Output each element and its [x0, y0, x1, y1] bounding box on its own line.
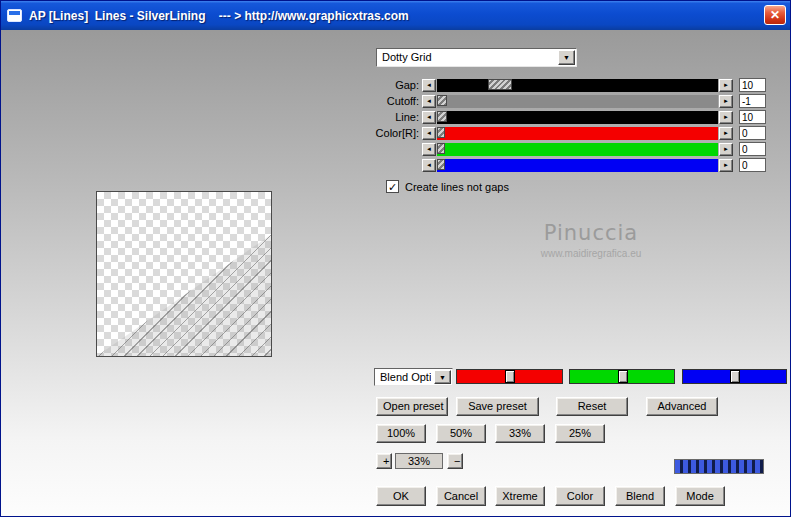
slider-label: Gap:: [356, 79, 419, 92]
watermark-name: Pinuccia: [506, 221, 676, 245]
ok-button[interactable]: OK: [376, 486, 426, 506]
chevron-down-icon[interactable]: ▼: [434, 370, 451, 384]
arrow-left-icon[interactable]: ◄: [422, 111, 436, 124]
slider-track[interactable]: [437, 159, 718, 172]
slider-thumb[interactable]: [437, 127, 445, 138]
slider-value-input[interactable]: [739, 142, 766, 156]
arrow-right-icon[interactable]: ►: [719, 111, 733, 124]
zoom-plus-button[interactable]: +: [376, 453, 392, 469]
slider-row-color-r: Color[R]: ◄ ►: [356, 127, 768, 140]
slider-row-color-b: ◄ ►: [356, 159, 768, 172]
zoom-level-display: 33%: [395, 453, 443, 469]
advanced-button[interactable]: Advanced: [646, 397, 718, 416]
slider-value-input[interactable]: [739, 110, 766, 124]
blend-green-slider[interactable]: [569, 369, 675, 384]
slider-label: Line:: [356, 111, 419, 124]
blend-options-value: Blend Opti: [380, 371, 431, 383]
chevron-down-icon[interactable]: ▼: [558, 50, 575, 65]
check-icon: ✓: [388, 181, 397, 193]
preview-canvas: [96, 191, 272, 357]
watermark: Pinuccia www.maidiregrafica.eu: [506, 221, 676, 259]
slider-track[interactable]: [437, 127, 718, 140]
slider-thumb[interactable]: [437, 159, 445, 170]
close-icon[interactable]: ✕: [764, 5, 786, 25]
blend-blue-slider[interactable]: [682, 369, 787, 384]
blend-button[interactable]: Blend: [615, 486, 665, 506]
window-title: AP [Lines] Lines - SilverLining --- > ht…: [29, 9, 409, 23]
zoom-100-button[interactable]: 100%: [376, 424, 426, 443]
arrow-left-icon[interactable]: ◄: [422, 95, 436, 108]
slider-label: Color[R]:: [356, 127, 419, 140]
slider-thumb[interactable]: [437, 111, 447, 122]
title-bar[interactable]: AP [Lines] Lines - SilverLining --- > ht…: [1, 1, 790, 30]
create-lines-checkbox[interactable]: ✓: [386, 180, 399, 193]
slider-value-input[interactable]: [739, 78, 766, 92]
zoom-25-button[interactable]: 25%: [555, 424, 605, 443]
create-lines-label: Create lines not gaps: [405, 181, 509, 193]
reset-button[interactable]: Reset: [556, 397, 628, 416]
slider-track[interactable]: [437, 143, 718, 156]
cancel-button[interactable]: Cancel: [436, 486, 486, 506]
arrow-right-icon[interactable]: ►: [719, 79, 733, 92]
zoom-50-button[interactable]: 50%: [436, 424, 486, 443]
slider-thumb[interactable]: [437, 143, 445, 154]
blend-red-slider[interactable]: [456, 369, 563, 384]
slider-thumb[interactable]: [488, 79, 512, 90]
arrow-left-icon[interactable]: ◄: [422, 159, 436, 172]
progress-bar: [674, 459, 764, 474]
watermark-site: www.maidiregrafica.eu: [506, 248, 676, 259]
create-lines-option: ✓Create lines not gaps: [386, 177, 509, 191]
color-button[interactable]: Color: [555, 486, 605, 506]
zoom-minus-button[interactable]: −: [447, 453, 463, 469]
slider-track[interactable]: [437, 79, 718, 92]
save-preset-button[interactable]: Save preset: [456, 397, 539, 416]
mode-button[interactable]: Mode: [675, 486, 725, 506]
slider-value-input[interactable]: [739, 126, 766, 140]
slider-value-input[interactable]: [739, 94, 766, 108]
slider-thumb[interactable]: [437, 95, 447, 106]
arrow-right-icon[interactable]: ►: [719, 159, 733, 172]
preview-lines-effect: [97, 192, 271, 356]
app-icon: [7, 9, 22, 22]
open-preset-button[interactable]: Open preset: [376, 397, 448, 416]
xtreme-button[interactable]: Xtreme: [495, 486, 545, 506]
slider-row-cutoff: Cutoff: ◄ ►: [356, 95, 768, 108]
blend-options-dropdown[interactable]: Blend Opti ▼: [374, 368, 453, 386]
slider-row-gap: Gap: ◄ ►: [356, 79, 768, 92]
arrow-left-icon[interactable]: ◄: [422, 79, 436, 92]
blend-blue-thumb[interactable]: [730, 370, 740, 383]
slider-row-color-g: ◄ ►: [356, 143, 768, 156]
blend-red-thumb[interactable]: [505, 370, 515, 383]
arrow-right-icon[interactable]: ►: [719, 127, 733, 140]
slider-row-line: Line: ◄ ►: [356, 111, 768, 124]
slider-value-input[interactable]: [739, 158, 766, 172]
arrow-right-icon[interactable]: ►: [719, 95, 733, 108]
preset-dropdown[interactable]: Dotty Grid ▼: [376, 48, 577, 67]
slider-label: Cutoff:: [356, 95, 419, 108]
arrow-left-icon[interactable]: ◄: [422, 127, 436, 140]
slider-track[interactable]: [437, 95, 718, 108]
arrow-left-icon[interactable]: ◄: [422, 143, 436, 156]
arrow-right-icon[interactable]: ►: [719, 143, 733, 156]
preset-dropdown-value: Dotty Grid: [382, 51, 432, 63]
zoom-33-button[interactable]: 33%: [495, 424, 545, 443]
blend-green-thumb[interactable]: [618, 370, 628, 383]
slider-track[interactable]: [437, 111, 718, 124]
plugin-dialog-window: AP [Lines] Lines - SilverLining --- > ht…: [0, 0, 791, 517]
